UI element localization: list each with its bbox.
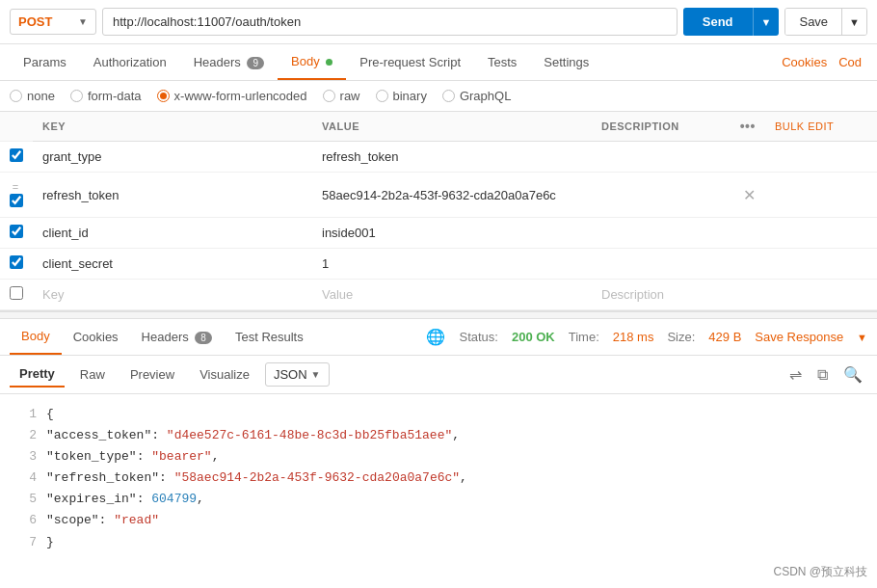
json-line: 1{ bbox=[10, 404, 867, 425]
row-key[interactable]: refresh_token bbox=[33, 173, 312, 218]
table-row: client_id inside001 bbox=[0, 218, 877, 249]
save-button-group: Save ▼ bbox=[784, 8, 867, 36]
params-table-wrapper: KEY VALUE DESCRIPTION ••• Bulk Edit gran… bbox=[0, 112, 877, 310]
row-checkbox[interactable] bbox=[10, 225, 23, 238]
tab-cookies[interactable]: Cookies bbox=[776, 45, 833, 79]
request-url-bar: POST ▼ Send ▼ Save ▼ bbox=[0, 0, 877, 44]
json-bracket: } bbox=[46, 532, 54, 553]
tab-params[interactable]: Params bbox=[10, 45, 80, 79]
send-button[interactable]: Send bbox=[683, 8, 753, 36]
body-option-binary[interactable]: binary bbox=[376, 89, 427, 103]
status-value: 200 OK bbox=[512, 330, 555, 344]
tab-body[interactable]: Body bbox=[278, 44, 346, 80]
row-key[interactable]: client_id bbox=[33, 218, 312, 249]
more-options-icon[interactable]: ••• bbox=[740, 119, 756, 134]
tab-settings[interactable]: Settings bbox=[530, 45, 602, 79]
placeholder-key[interactable]: Key bbox=[33, 280, 312, 310]
row-delete-cell: ✕ bbox=[731, 173, 765, 218]
copy-icon[interactable]: ⧉ bbox=[812, 363, 833, 387]
row-key[interactable]: grant_type bbox=[33, 142, 312, 173]
row-value[interactable]: inside001 bbox=[312, 218, 592, 249]
response-status-bar: 🌐 Status: 200 OK Time: 218 ms Size: 429 … bbox=[426, 328, 867, 346]
row-delete-cell bbox=[731, 142, 765, 173]
send-dropdown-button[interactable]: ▼ bbox=[753, 8, 780, 36]
response-tab-bar: Body Cookies Headers 8 Test Results 🌐 St… bbox=[0, 319, 877, 356]
request-tab-bar: Params Authorization Headers 9 Body Pre-… bbox=[0, 44, 877, 81]
method-chevron-icon: ▼ bbox=[78, 16, 88, 27]
row-delete-cell bbox=[731, 249, 765, 280]
row-delete-cell bbox=[731, 218, 765, 249]
body-option-xwww[interactable]: x-www-form-urlencoded bbox=[157, 89, 307, 103]
row-key[interactable]: client_secret bbox=[33, 249, 312, 280]
table-placeholder-row: Key Value Description bbox=[0, 280, 877, 310]
method-selector[interactable]: POST ▼ bbox=[10, 9, 96, 35]
col-checkbox-header bbox=[0, 112, 33, 142]
format-tab-raw[interactable]: Raw bbox=[70, 362, 115, 387]
row-checkbox[interactable] bbox=[10, 255, 23, 269]
radio-raw bbox=[323, 90, 335, 102]
json-key-value: "scope": "read" bbox=[46, 510, 159, 531]
response-tab-body[interactable]: Body bbox=[10, 319, 62, 355]
json-line: 5 "expires_in": 604799, bbox=[10, 489, 867, 510]
json-line: 7} bbox=[10, 532, 867, 553]
placeholder-value[interactable]: Value bbox=[312, 280, 592, 310]
response-tab-cookies[interactable]: Cookies bbox=[62, 320, 130, 354]
col-actions-header: ••• bbox=[731, 112, 765, 142]
bulk-edit-button[interactable]: Bulk Edit bbox=[765, 112, 877, 142]
row-checkbox-cell bbox=[0, 249, 33, 280]
tab-code[interactable]: Cod bbox=[833, 45, 867, 79]
line-number: 3 bbox=[10, 446, 37, 468]
line-number: 1 bbox=[10, 404, 37, 425]
time-label: Time: bbox=[569, 330, 599, 344]
section-divider bbox=[0, 311, 877, 319]
row-value[interactable]: refresh_token bbox=[312, 142, 592, 173]
url-input[interactable] bbox=[102, 8, 678, 36]
col-desc-header: DESCRIPTION bbox=[592, 112, 731, 142]
body-option-raw[interactable]: raw bbox=[323, 89, 360, 103]
tab-tests[interactable]: Tests bbox=[474, 45, 530, 79]
tab-prerequest[interactable]: Pre-request Script bbox=[346, 45, 474, 79]
col-value-header: VALUE bbox=[312, 112, 592, 142]
format-tab-visualize[interactable]: Visualize bbox=[190, 362, 259, 387]
search-icon[interactable]: 🔍 bbox=[838, 362, 867, 387]
row-checkbox[interactable] bbox=[10, 148, 23, 162]
table-row: = refresh_token 58aec914-2b2a-453f-9632-… bbox=[0, 173, 877, 218]
save-response-button[interactable]: Save Response bbox=[755, 330, 843, 344]
row-checkbox[interactable] bbox=[10, 194, 23, 207]
response-tab-headers[interactable]: Headers 8 bbox=[130, 320, 224, 354]
format-tab-preview[interactable]: Preview bbox=[120, 362, 184, 387]
save-dropdown-button[interactable]: ▼ bbox=[841, 9, 866, 35]
body-option-formdata[interactable]: form-data bbox=[70, 89, 142, 103]
save-button[interactable]: Save bbox=[785, 9, 841, 35]
tab-headers[interactable]: Headers 9 bbox=[180, 45, 278, 79]
row-delete-button[interactable]: ✕ bbox=[743, 187, 756, 203]
response-tab-test-results[interactable]: Test Results bbox=[224, 320, 315, 354]
row-description[interactable] bbox=[592, 173, 731, 218]
row-description[interactable] bbox=[592, 249, 731, 280]
body-option-graphql[interactable]: GraphQL bbox=[442, 89, 511, 103]
row-value[interactable]: 1 bbox=[312, 249, 592, 280]
placeholder-description[interactable]: Description bbox=[592, 280, 731, 310]
radio-binary bbox=[376, 90, 388, 102]
time-value: 218 ms bbox=[613, 330, 654, 344]
format-tab-pretty[interactable]: Pretty bbox=[10, 361, 65, 388]
radio-formdata bbox=[70, 90, 83, 102]
json-key-value: "refresh_token": "58aec914-2b2a-453f-963… bbox=[46, 468, 467, 489]
format-select[interactable]: JSON ▼ bbox=[265, 362, 330, 387]
placeholder-checkbox[interactable] bbox=[10, 286, 23, 300]
body-type-options: none form-data x-www-form-urlencoded raw… bbox=[0, 81, 877, 112]
radio-xwww bbox=[157, 90, 170, 102]
format-select-chevron: ▼ bbox=[311, 369, 321, 380]
body-option-none[interactable]: none bbox=[10, 89, 55, 103]
line-number: 5 bbox=[10, 489, 37, 510]
save-response-chevron[interactable]: ▼ bbox=[857, 332, 867, 343]
size-label: Size: bbox=[667, 330, 695, 344]
json-line: 3 "token_type": "bearer", bbox=[10, 446, 867, 468]
size-value: 429 B bbox=[708, 330, 741, 344]
row-description[interactable] bbox=[592, 142, 731, 173]
row-description[interactable] bbox=[592, 218, 731, 249]
wrap-icon[interactable]: ⇌ bbox=[784, 362, 807, 387]
tab-authorization[interactable]: Authorization bbox=[80, 45, 180, 79]
json-line: 6 "scope": "read" bbox=[10, 510, 867, 531]
row-value[interactable]: 58aec914-2b2a-453f-9632-cda20a0a7e6c bbox=[312, 173, 592, 218]
